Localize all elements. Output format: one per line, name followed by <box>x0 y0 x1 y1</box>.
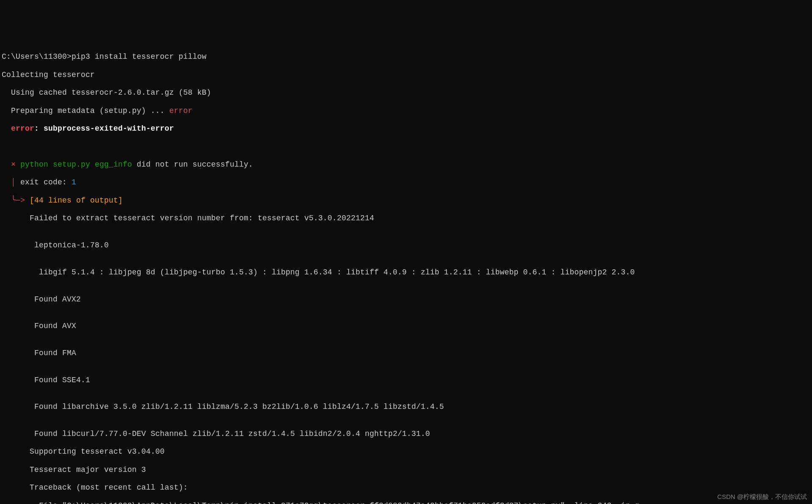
terminal-output: C:\Users\11300>pip3 install tesserocr pi… <box>2 44 812 504</box>
traceback-line: Found libcurl/7.77.0-DEV Schannel zlib/1… <box>2 430 812 438</box>
traceback-line: libgif 5.1.4 : libjpeg 8d (libjpeg-turbo… <box>2 268 812 277</box>
shell-prompt: C:\Users\11300> <box>2 52 72 61</box>
traceback-line: Found FMA <box>2 349 812 358</box>
traceback-line: leptonica-1.78.0 <box>2 241 812 250</box>
traceback-line: Traceback (most recent call last): <box>2 483 812 492</box>
blank-line <box>2 142 812 151</box>
error-label: error <box>2 124 34 133</box>
prompt-line: C:\Users\11300>pip3 install tesserocr pi… <box>2 52 812 61</box>
failure-line: × python setup.py egg_info did not run s… <box>2 160 812 169</box>
exit-code-line: │ exit code: 1 <box>2 178 812 187</box>
traceback-line: Supporting tesseract v3.04.00 <box>2 447 812 456</box>
traceback-line: Found AVX <box>2 322 812 331</box>
output-line: Collecting tesserocr <box>2 71 812 79</box>
command-text: pip3 install tesserocr pillow <box>72 52 206 61</box>
traceback-line: Tesseract major version 3 <box>2 466 812 474</box>
watermark-text: CSDN @柠檬很酸，不信你试试 <box>717 493 807 501</box>
cross-icon: × <box>2 160 20 169</box>
error-message: subprocess-exited-with-error <box>44 124 174 133</box>
error-line: error: subprocess-exited-with-error <box>2 124 812 133</box>
traceback-line: Found libarchive 3.5.0 zlib/1.2.11 liblz… <box>2 403 812 411</box>
traceback-line: File "C:\Users\11300\AppData\Local\Temp\… <box>2 501 812 504</box>
exit-code-value: 1 <box>72 178 76 186</box>
output-line: Preparing metadata (setup.py) ... error <box>2 107 812 115</box>
output-line: Using cached tesserocr-2.6.0.tar.gz (58 … <box>2 88 812 97</box>
output-header-line: ╰─> [44 lines of output] <box>2 196 812 205</box>
traceback-line: Found SSE4.1 <box>2 376 812 385</box>
pipe-icon: │ <box>2 178 20 186</box>
traceback-line: Failed to extract tesseract version numb… <box>2 214 812 223</box>
traceback-line: Found AVX2 <box>2 295 812 304</box>
arrow-icon: ╰─> <box>2 196 30 205</box>
lines-of-output: [44 lines of output] <box>30 196 123 205</box>
error-word: error <box>169 107 193 115</box>
